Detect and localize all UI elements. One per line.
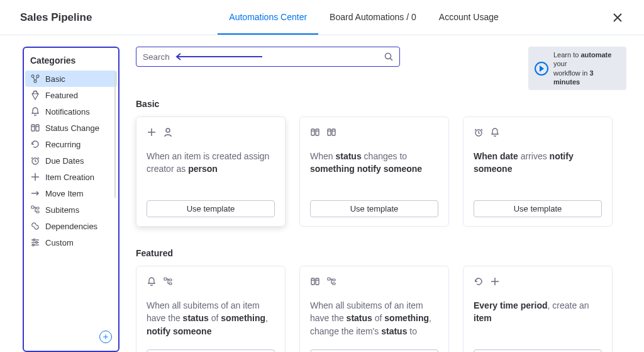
sidebar-item-label: Subitems [45, 205, 79, 215]
link-icon [30, 221, 40, 231]
use-template-button[interactable]: Use template [147, 349, 275, 352]
close-button[interactable] [609, 9, 626, 26]
add-category-button[interactable] [99, 331, 112, 343]
play-icon [535, 62, 548, 76]
header: Sales Pipeline Automations CenterBoard A… [0, 0, 644, 35]
sidebar-item-label: Due Dates [45, 156, 84, 166]
automation-card[interactable]: When all subitems of an item have the st… [299, 266, 449, 352]
use-template-button[interactable]: Use template [474, 349, 602, 352]
sidebar-item-recurring[interactable]: Recurring [25, 136, 117, 152]
card-description: When all subitems of an item have the st… [310, 299, 438, 338]
bell-icon [490, 127, 501, 139]
automation-card[interactable]: Every time period, create an itemUse tem… [463, 266, 613, 352]
subitems-icon [163, 276, 174, 288]
close-icon [613, 13, 623, 23]
section-title-featured: Featured [136, 248, 626, 258]
sidebar-item-featured[interactable]: Featured [25, 87, 117, 103]
plus-icon [490, 276, 501, 288]
use-template-button[interactable]: Use template [474, 200, 602, 217]
use-template-button[interactable]: Use template [310, 200, 438, 217]
sidebar-item-dependencies[interactable]: Dependencies [25, 218, 117, 234]
status-icon [310, 276, 321, 288]
arrow-icon [30, 188, 40, 198]
basic-icon [30, 74, 40, 84]
sidebar-item-notifications[interactable]: Notifications [25, 103, 117, 120]
sidebar-item-due-dates[interactable]: Due Dates [25, 152, 117, 169]
automation-card[interactable]: When all subitems of an item have the st… [136, 266, 286, 352]
plus-icon [103, 334, 109, 340]
tabs: Automations CenterBoard Automations / 0A… [218, 0, 509, 35]
status-icon [30, 123, 40, 133]
automation-card[interactable]: When date arrives notify someoneUse temp… [463, 116, 613, 227]
person-icon [163, 127, 174, 139]
learn-text: Learn to automate your workflow in 3 min… [553, 50, 620, 86]
sidebar-item-custom[interactable]: Custom [25, 234, 117, 251]
status-icon [310, 127, 321, 139]
learn-banner[interactable]: Learn to automate your workflow in 3 min… [528, 47, 626, 90]
diamond-icon [30, 90, 40, 100]
card-description: Every time period, create an item [474, 299, 602, 338]
card-description: When an item is created assign creator a… [147, 150, 275, 189]
main-content: Learn to automate your workflow in 3 min… [119, 47, 626, 352]
sidebar-item-subitems[interactable]: Subitems [25, 202, 117, 218]
sidebar-item-basic[interactable]: Basic [25, 71, 117, 87]
section-title-basic: Basic [136, 99, 626, 109]
scrollbar[interactable] [114, 72, 116, 198]
clock-icon [30, 156, 40, 166]
subitems-icon [30, 205, 40, 215]
categories-sidebar: Categories BasicFeaturedNotificationsSta… [23, 47, 119, 352]
use-template-button[interactable]: Use template [310, 349, 438, 352]
automation-card[interactable]: When status changes to something notify … [299, 116, 449, 227]
bell-icon [147, 276, 158, 288]
sidebar-item-label: Basic [45, 74, 65, 84]
search-icon [384, 52, 393, 62]
sidebar-heading: Categories [25, 54, 117, 71]
sidebar-item-status-change[interactable]: Status Change [25, 120, 117, 136]
plus-icon [147, 127, 158, 139]
use-template-button[interactable]: Use template [147, 200, 275, 217]
sidebar-item-label: Featured [45, 91, 78, 100]
clock-icon [474, 127, 485, 139]
sidebar-item-label: Notifications [45, 107, 90, 116]
page-title: Sales Pipeline [20, 11, 92, 24]
tab-automations-center[interactable]: Automations Center [218, 0, 318, 35]
sidebar-item-label: Recurring [45, 140, 80, 149]
tab-board-automations-0[interactable]: Board Automations / 0 [318, 0, 428, 35]
sidebar-item-label: Move Item [45, 189, 84, 198]
sidebar-item-move-item[interactable]: Move Item [25, 185, 117, 202]
search-box[interactable] [136, 47, 400, 67]
plus-icon [30, 172, 40, 182]
bell-icon [30, 106, 40, 116]
card-description: When all subitems of an item have the st… [147, 299, 275, 338]
recur-icon [474, 276, 485, 288]
subitems-icon [326, 276, 338, 288]
card-description: When date arrives notify someone [474, 150, 602, 189]
sidebar-item-label: Dependencies [45, 222, 97, 231]
automation-card[interactable]: When an item is created assign creator a… [136, 116, 286, 227]
tab-account-usage[interactable]: Account Usage [428, 0, 510, 35]
card-description: When status changes to something notify … [310, 150, 438, 189]
sidebar-item-label: Status Change [45, 123, 99, 133]
sliders-icon [30, 237, 40, 247]
sidebar-item-label: Custom [45, 238, 74, 247]
sidebar-item-item-creation[interactable]: Item Creation [25, 169, 117, 185]
recur-icon [30, 139, 40, 149]
status-icon [326, 127, 338, 139]
search-input[interactable] [143, 52, 384, 62]
sidebar-item-label: Item Creation [45, 173, 94, 182]
